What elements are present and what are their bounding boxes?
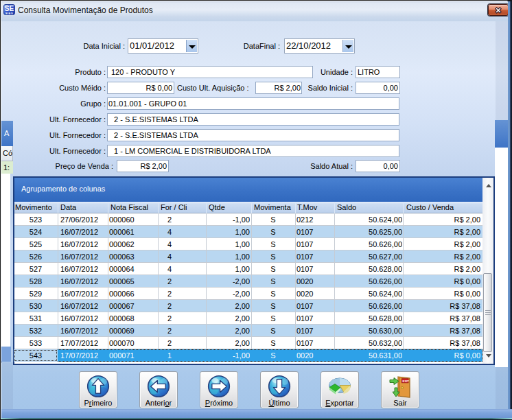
svg-text:EXIT: EXIT [403,380,410,383]
